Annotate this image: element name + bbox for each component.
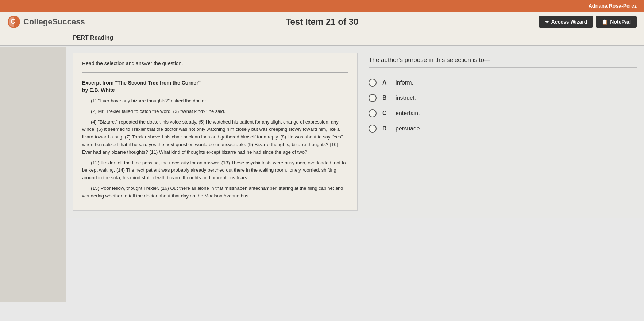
answer-text-a: inform. bbox=[396, 79, 413, 86]
answer-text-c: entertain. bbox=[396, 110, 420, 117]
answer-letter-b: B bbox=[382, 95, 390, 101]
radio-a[interactable] bbox=[369, 79, 377, 87]
passage-p5: (15) Poor fellow, thought Trexler. (16) … bbox=[82, 185, 348, 200]
excerpt-author: by E.B. White bbox=[82, 87, 348, 93]
instruction-text: Read the selection and answer the questi… bbox=[82, 60, 348, 73]
sub-header-title: PERT Reading bbox=[73, 35, 113, 41]
passage-p1: (1) "Ever have any bizarre thoughts?" as… bbox=[82, 97, 348, 105]
svg-text:C: C bbox=[11, 18, 15, 25]
notepad-label: NotePad bbox=[610, 19, 631, 25]
radio-b[interactable] bbox=[369, 94, 377, 102]
sub-header: PERT Reading bbox=[0, 32, 644, 46]
answer-options: Ainform.Binstruct.Centertain.Dpersuade. bbox=[369, 79, 637, 133]
answer-label-b: Binstruct. bbox=[382, 95, 416, 101]
right-panel: The author's purpose in this selection i… bbox=[369, 53, 637, 211]
answer-option-c[interactable]: Centertain. bbox=[369, 109, 637, 117]
passage-text: (1) "Ever have any bizarre thoughts?" as… bbox=[82, 97, 348, 200]
answer-label-a: Ainform. bbox=[382, 79, 413, 86]
notepad-button[interactable]: 📋 NotePad bbox=[596, 16, 637, 28]
answer-option-b[interactable]: Binstruct. bbox=[369, 94, 637, 102]
passage-p4: (12) Trexler felt the time passing, the … bbox=[82, 159, 348, 182]
answer-letter-a: A bbox=[382, 79, 390, 86]
main-content: Read the selection and answer the questi… bbox=[0, 46, 644, 218]
excerpt-title: Excerpt from "The Second Tree from the C… bbox=[82, 80, 348, 86]
answer-text-b: instruct. bbox=[396, 95, 416, 101]
answer-text-d: persuade. bbox=[396, 125, 421, 132]
answer-option-d[interactable]: Dpersuade. bbox=[369, 125, 637, 133]
access-wizard-button[interactable]: ✦ Access Wizard bbox=[539, 16, 593, 28]
test-item-label: Test Item 21 of 30 bbox=[286, 17, 359, 27]
left-panel: Read the selection and answer the questi… bbox=[73, 53, 358, 211]
user-name: Adriana Rosa-Perez bbox=[589, 3, 637, 9]
answer-letter-c: C bbox=[382, 110, 390, 117]
question-text: The author's purpose in this selection i… bbox=[369, 56, 637, 68]
access-wizard-label: Access Wizard bbox=[551, 19, 587, 25]
logo-area: C CollegeSuccess bbox=[7, 15, 85, 28]
answer-label-d: Dpersuade. bbox=[382, 125, 421, 132]
answer-label-c: Centertain. bbox=[382, 110, 420, 117]
header-buttons: ✦ Access Wizard 📋 NotePad bbox=[539, 16, 637, 28]
notepad-icon: 📋 bbox=[602, 19, 608, 25]
access-wizard-icon: ✦ bbox=[545, 19, 549, 25]
sidebar-left bbox=[0, 47, 66, 302]
radio-c[interactable] bbox=[369, 109, 377, 117]
top-bar: Adriana Rosa-Perez bbox=[0, 0, 644, 12]
radio-d[interactable] bbox=[369, 125, 377, 133]
answer-letter-d: D bbox=[382, 125, 390, 132]
header: C CollegeSuccess Test Item 21 of 30 ✦ Ac… bbox=[0, 12, 644, 32]
answer-option-a[interactable]: Ainform. bbox=[369, 79, 637, 87]
logo-icon: C bbox=[7, 15, 20, 28]
passage-p3: (4) "Bizarre," repeated the doctor, his … bbox=[82, 118, 348, 156]
logo-text: CollegeSuccess bbox=[23, 17, 85, 27]
passage-p2: (2) Mr. Trexler failed to catch the word… bbox=[82, 108, 348, 116]
